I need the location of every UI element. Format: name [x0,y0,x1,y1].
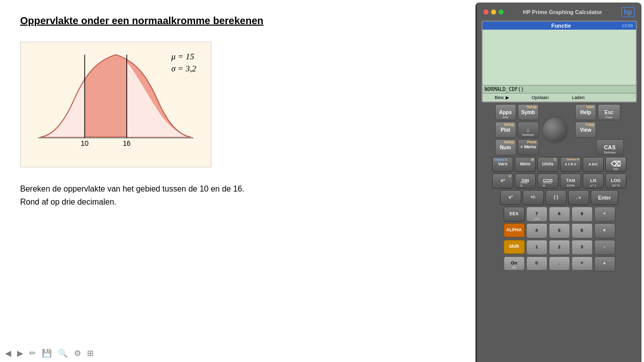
hp-logo: hp [621,7,635,17]
nav-grid-icon[interactable]: ⊞ [87,348,94,358]
screen-btn-opslaan[interactable]: Opslaan [521,94,559,101]
left-function-keys: Apps Info Symb Setup Plot Setup ⌂ [495,104,539,155]
menu-key[interactable]: ≡ Menu Paste [518,139,539,155]
calculator: HP Prime Graphing Calculator hp Functie … [475,3,641,362]
desc-line2: Rond af op drie decimalen. [20,196,372,209]
sin-key[interactable]: SIN ASIN G [515,173,536,189]
symb-key[interactable]: Symb Setup [518,104,539,120]
formula-area: μ = 15 σ = 3,2 [171,52,196,74]
apps-key[interactable]: Apps Info [495,104,516,120]
x2-key[interactable]: x² [500,190,521,205]
log-key[interactable]: LOG 10ˣ K [605,173,626,189]
tl-green[interactable] [499,10,504,15]
plusminus-key[interactable]: +/- [523,190,544,205]
key-7[interactable]: 7 List [526,207,547,222]
paren-key[interactable]: ( ) [545,190,567,205]
mul-key[interactable]: × [594,223,615,238]
svg-text:16: 16 [123,139,131,147]
keypad-section-6: ALPHA 4 5 6 × [479,223,639,238]
keypad-section-3: xʸ V SIN ASIN G COS ACOS H TAN ATAN LN e… [479,173,639,189]
screen-btn-bew[interactable]: Bew. ▶ [483,94,521,101]
view-key[interactable]: View Copy [575,122,596,138]
calc-title: HP Prime Graphing Calculator [504,9,621,15]
alpha-key[interactable]: ALPHA [504,223,525,237]
screen-buttons-bar: Bew. ▶ Opslaan Laden [482,93,636,102]
nav-edit-icon[interactable]: ✏ [29,348,36,358]
esc-key[interactable]: Esc Clear [598,104,620,120]
comma-key[interactable]: , x [568,190,589,205]
page-title: Oppervlakte onder een normaalkromme bere… [20,15,455,27]
key-3[interactable]: 3 [572,240,593,255]
screen-btn-laden[interactable]: Laden [559,94,598,101]
keypad-section-1: Apps Info Symb Setup Plot Setup ⌂ [479,104,639,155]
keypad-section-8: On Off 0 . = + [479,256,639,272]
calc-top-bar: HP Prime Graphing Calculator hp [479,5,639,19]
minus-key[interactable]: - [594,240,615,255]
key-4[interactable]: 4 [526,223,547,238]
screen-title: Functie [551,23,571,29]
plus-key[interactable]: + [594,256,615,272]
key-1[interactable]: 1 [526,240,547,255]
keypad-section-4: x² +/- ( ) , x Enter [479,190,639,205]
key-2[interactable]: 2 [549,240,570,255]
tl-yellow[interactable] [491,10,496,15]
div-key[interactable]: ÷ [594,207,615,222]
abc-key[interactable]: a b/c [583,157,604,172]
key-0[interactable]: 0 [526,256,547,270]
keypad-section-7: Shift 1 2 3 - [479,240,639,255]
screen-time: 13:59 [621,23,633,28]
keypad-section-5: EEX 7 List 8 9 ÷ [479,207,639,222]
vars-key[interactable]: Chars A Vars [492,157,513,172]
del-key[interactable]: ⌫ Del [605,157,626,172]
desc-line1: Bereken de oppervlakte van het gebied tu… [20,183,372,196]
right-function-keys: Help User Esc Clear View Copy [572,104,624,155]
key-6[interactable]: 6 [572,223,593,238]
key-5[interactable]: 5 [549,223,570,238]
help-key[interactable]: Help User [575,104,596,120]
eq-key[interactable]: = [572,256,593,270]
left-panel: Oppervlakte onder een normaalkromme bere… [0,0,475,362]
keypad-section-2: Chars A Vars B Mem C Units Define D x t … [479,157,639,172]
xton-key[interactable]: Define D x t θ n [560,157,581,172]
problem-description: Bereken de oppervlakte van het gebied tu… [20,183,372,208]
xy-key[interactable]: xʸ V [492,173,513,189]
settings-key[interactable]: ⌂ Settings [518,122,539,138]
screen-btn-empty1 [597,94,635,101]
nav-forward-icon[interactable]: ▶ [17,348,23,358]
screen-header: Functie 13:59 [482,22,636,30]
traffic-lights [484,10,504,15]
on-key[interactable]: On Off [504,256,525,270]
svg-text:10: 10 [81,139,89,147]
nav-zoom-icon[interactable]: 🔍 [58,348,68,358]
cas-key[interactable]: CAS Settings [596,139,624,155]
plot-key[interactable]: Plot Setup [495,122,516,138]
key-9[interactable]: 9 [572,207,593,222]
eex-key[interactable]: EEX [504,207,525,222]
nav-back-icon[interactable]: ◀ [5,348,11,358]
sigma-formula: σ = 3,2 [171,64,196,74]
cos-key[interactable]: COS ACOS H [537,173,558,189]
mu-formula: μ = 15 [171,52,196,62]
mem-key[interactable]: B Mem [515,157,536,172]
tan-key[interactable]: TAN ATAN [560,173,581,189]
screen-input[interactable]: NORMALD_CDF() [482,85,636,93]
shift-key[interactable]: Shift [504,240,525,254]
units-key[interactable]: C Units [537,157,558,172]
nav-settings-icon[interactable]: ⚙ [74,348,81,358]
nav-dial[interactable] [541,116,569,144]
enter-key[interactable]: Enter [591,190,618,205]
key-8[interactable]: 8 [549,207,570,222]
num-key[interactable]: Num Setup [495,139,516,155]
screen-body [482,30,636,85]
dial-container[interactable] [540,115,571,145]
calc-screen: Functie 13:59 NORMALD_CDF() Bew. ▶ Opsla… [481,21,637,103]
nav-save-icon[interactable]: 💾 [42,348,52,358]
dot-key[interactable]: . [549,256,570,270]
tl-red[interactable] [484,10,489,15]
ln-key[interactable]: LN eˣ J [583,173,604,189]
